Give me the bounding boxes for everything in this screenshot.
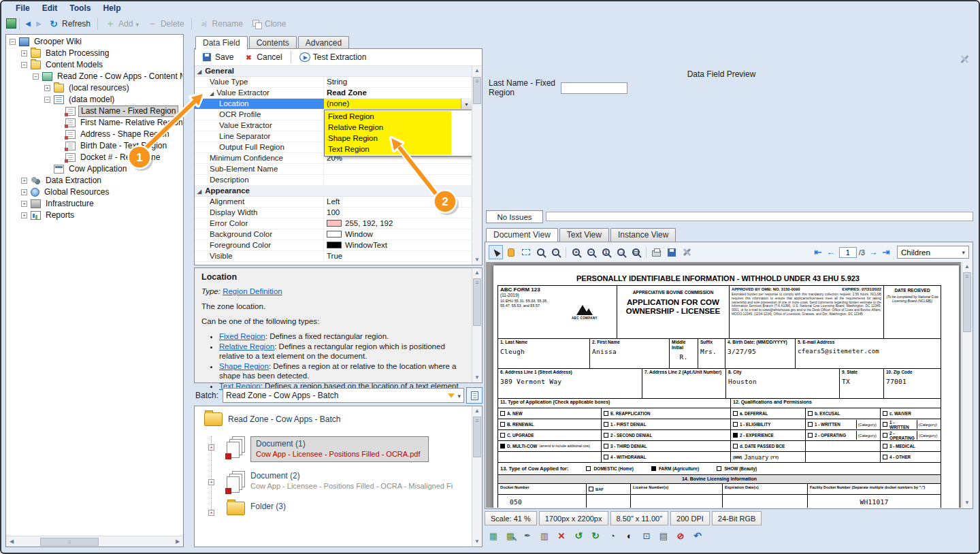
tree-item-cow-application[interactable]: Cow Application [7,163,182,175]
region-select-button[interactable] [519,245,533,259]
prop-location[interactable]: Location(none) [195,99,472,110]
prop-visible[interactable]: VisibleTrue [195,251,472,262]
expand-icon[interactable] [208,444,214,451]
first-page-button[interactable] [812,247,824,257]
tree-item-batch-processing[interactable]: Batch Processing [7,48,182,59]
tab-instance-view[interactable]: Instance View [610,228,676,242]
refresh-button[interactable]: Refresh [44,17,95,31]
expand-icon[interactable] [21,212,27,218]
rotate-left-icon[interactable] [572,529,585,542]
shape-region-link[interactable]: Shape Region [219,362,269,370]
delete-page-icon[interactable] [555,529,568,542]
tree-item-address-shape-region[interactable]: Address - Shape Region [7,129,182,140]
prop-value-extractor[interactable]: Value ExtractorRead Zone [195,88,472,99]
previous-page-button[interactable] [825,247,837,257]
test-extraction-button[interactable]: Test Extraction [295,50,371,64]
viewer-settings-button[interactable] [679,245,693,259]
batch-root-item[interactable]: Read Zone - Cow Apps - Batch [195,406,482,427]
scroll-down-icon[interactable] [472,537,482,547]
zoom-in-button[interactable]: + [569,245,583,259]
dropdown-option-text-region[interactable]: Text Region [325,144,451,154]
scroll-up-icon[interactable] [472,268,482,278]
zoom-out-button[interactable]: − [584,245,598,259]
pan-tool-button[interactable] [504,245,518,259]
tab-text-view[interactable]: Text View [559,228,609,242]
scrollbar-thumb[interactable] [473,278,481,326]
tree-item-reports[interactable]: Reports [7,210,182,221]
zoom-page-button[interactable]: ▫ [549,245,563,259]
children-dropdown[interactable]: Children [897,246,969,259]
tree-item-global-resources[interactable]: Global Resources [7,186,182,198]
prop-foreground-color[interactable]: Foreground ColorWindowText [195,240,472,251]
scroll-down-icon[interactable] [472,373,482,382]
batch-item-folder-3[interactable]: Folder (3) [227,502,482,515]
dropdown-button[interactable] [461,99,472,109]
prop-background-color[interactable]: Background ColorWindow [195,229,472,240]
page-number-input[interactable]: 1 [839,247,857,258]
scroll-down-icon[interactable] [962,498,972,508]
redact-icon[interactable] [674,529,687,542]
delete-button[interactable]: Delete [143,17,189,31]
image-frame-icon[interactable] [538,529,551,542]
tree-item-birth-date-text-region[interactable]: Birth Date - Text Region [7,140,182,152]
last-page-button[interactable] [880,247,892,257]
export-image-icon[interactable] [487,529,500,542]
filter-icon[interactable] [448,393,455,398]
region-definition-link[interactable]: Region Definition [223,287,282,295]
dropdown-option-shape-region[interactable]: Shape Region [325,133,451,144]
clone-button[interactable]: Clone [247,17,290,31]
zoom-window-button[interactable] [534,245,548,259]
prop-description[interactable]: Description [195,175,472,186]
vertical-scrollbar[interactable] [962,262,972,508]
tree-item-last-name-fixed-region[interactable]: Last Name - Fixed Region [7,105,182,117]
tab-no-issues[interactable]: No Issues [486,210,543,223]
collapse-icon[interactable] [44,97,50,103]
add-button[interactable]: Add [101,17,143,31]
zoom-actual-button[interactable]: 1 [599,245,613,259]
fixed-region-link[interactable]: Fixed Region [219,332,265,340]
tree-item-data-extraction[interactable]: Data Extraction [7,175,182,186]
next-page-button[interactable] [867,247,879,257]
prop-sub-element-name[interactable]: Sub-Element Name [195,164,472,175]
scroll-up-icon[interactable] [472,406,482,416]
pages-icon[interactable] [657,529,670,542]
rotate-right-icon[interactable] [589,529,602,542]
scroll-left-icon[interactable] [6,538,17,544]
chevron-down-icon[interactable] [457,391,461,400]
expand-icon[interactable] [21,201,27,207]
batch-item-document-1[interactable]: Document (1) Cow App - Licensee - Positi… [227,436,482,462]
collapse-icon[interactable] [10,39,16,45]
advanced-tools-icon[interactable] [958,53,970,65]
tree-item-first-name-relative-region[interactable]: First Name- Relative Region [7,117,182,129]
expand-icon[interactable] [208,510,214,516]
scrollbar-thumb[interactable] [963,272,971,332]
crop-icon[interactable] [640,529,653,542]
brightness-icon[interactable] [606,529,619,542]
menu-help[interactable]: Help [97,3,127,14]
cancel-button[interactable]: Cancel [239,50,286,64]
color-picker-icon[interactable] [521,529,534,542]
horizontal-scrollbar[interactable] [6,536,183,547]
expand-icon[interactable] [21,50,27,56]
tree-item-infrastructure[interactable]: Infrastructure [7,198,182,210]
expand-icon[interactable] [44,85,50,91]
expand-icon[interactable] [208,479,214,485]
dropdown-option-fixed-region[interactable]: Fixed Region [325,111,451,122]
vertical-scrollbar[interactable] [472,66,482,265]
rename-button[interactable]: Rename [195,17,247,31]
prop-display-width[interactable]: Display Width100 [195,208,472,218]
expand-icon[interactable] [21,178,27,184]
tree-item-grooper-wiki[interactable]: Grooper Wiki [7,36,182,48]
back-icon[interactable] [22,18,33,29]
expand-icon[interactable] [21,189,27,195]
scroll-right-icon[interactable] [172,538,183,544]
section-appearance[interactable]: Appearance [195,186,472,197]
tree-item-content-model[interactable]: Read Zone - Cow Apps - Content Mod [7,71,182,82]
tree-item-local-resources[interactable]: (local resources) [7,82,182,94]
menu-edit[interactable]: Edit [36,3,64,14]
prop-error-color[interactable]: Error Color255, 192, 192 [195,218,472,229]
preview-field-input[interactable] [561,82,627,94]
scrollbar-thumb[interactable] [473,417,481,457]
scroll-up-icon[interactable] [472,66,482,76]
forward-icon[interactable] [33,18,44,29]
